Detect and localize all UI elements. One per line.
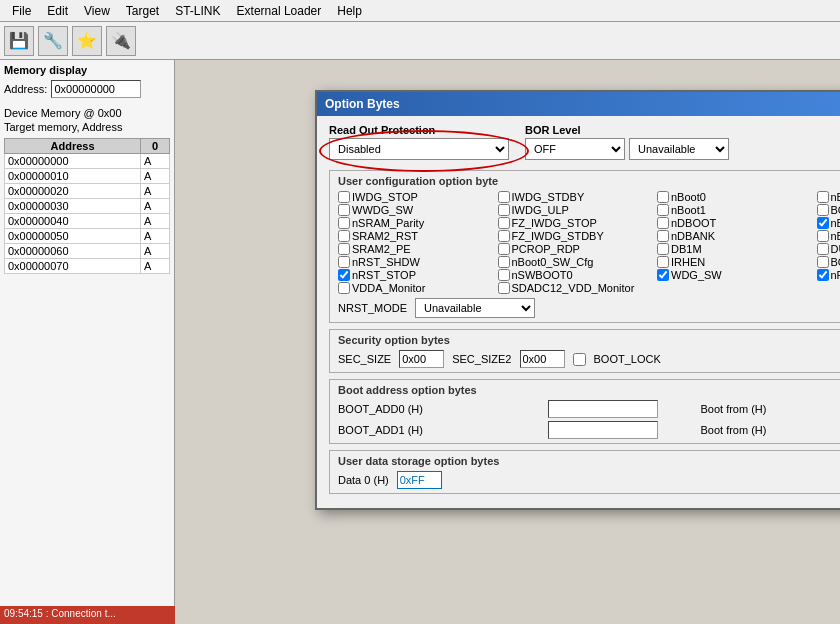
checkbox-item: BOREN [817, 256, 841, 268]
checkbox-irhen[interactable] [657, 256, 669, 268]
checkbox-nboot-sel[interactable] [817, 230, 829, 242]
checkbox-fz-iwdg-stdby[interactable] [498, 230, 510, 242]
menu-file[interactable]: File [4, 2, 39, 20]
checkbox-label: nBOOT_SEL [831, 230, 841, 242]
bor-select2[interactable]: Unavailable [629, 138, 729, 160]
toolbar-connect-btn[interactable]: 🔌 [106, 26, 136, 56]
rop-wrapper: Disabled Level 1 Level 2 [329, 138, 509, 160]
data0-input[interactable] [397, 471, 442, 489]
menu-target[interactable]: Target [118, 2, 167, 20]
table-row: 0x00000060A [5, 244, 170, 259]
boot-from0-label: Boot from (H) [700, 403, 840, 415]
nrst-select[interactable]: Unavailable [415, 298, 535, 318]
checkbox-dualbank[interactable] [817, 243, 829, 255]
checkbox-item: nBoot0_SW_Cfg [498, 256, 654, 268]
address-input[interactable] [51, 80, 141, 98]
checkbox-wdg-sw[interactable] [657, 269, 669, 281]
checkbox-label: IWDG_STDBY [512, 191, 585, 203]
checkbox-boot1[interactable] [817, 204, 829, 216]
table-cell-data: A [141, 259, 170, 274]
checkbox-nrst-stop[interactable] [338, 269, 350, 281]
checkbox-iwdg-stop[interactable] [338, 191, 350, 203]
checkbox-sram2-rst[interactable] [338, 230, 350, 242]
checkbox-item: nRST_STOP [338, 269, 494, 281]
checkbox-iwdg-ulp[interactable] [498, 204, 510, 216]
checkbox-ndbank[interactable] [657, 230, 669, 242]
checkbox-label: PCROP_RDP [512, 243, 580, 255]
toolbar-star-btn[interactable]: ⭐ [72, 26, 102, 56]
checkbox-item: FZ_IWDG_STDBY [498, 230, 654, 242]
sec-size-input[interactable] [399, 350, 444, 368]
checkbox-nswboot0[interactable] [498, 269, 510, 281]
checkbox-label: nSWBOOT0 [512, 269, 573, 281]
sec-size-label: SEC_SIZE [338, 353, 391, 365]
checkbox-item: SDADC12_VDD_Monitor [498, 282, 654, 294]
user-data-title: User data storage option bytes [338, 455, 840, 467]
checkbox-item: SRAM2_PE [338, 243, 494, 255]
sec-size2-input[interactable] [520, 350, 565, 368]
user-config-title: User configuration option byte [338, 175, 840, 187]
toolbar-save-btn[interactable]: 💾 [4, 26, 34, 56]
checkbox-label: SDADC12_VDD_Monitor [512, 282, 635, 294]
boot-lock-checkbox[interactable] [573, 353, 586, 366]
rop-select[interactable]: Disabled Level 1 Level 2 [329, 138, 509, 160]
address-row: Address: [4, 80, 170, 98]
bor-select1[interactable]: OFF Level 1 Level 2 Level 3 [525, 138, 625, 160]
menubar: File Edit View Target ST-LINK External L… [0, 0, 840, 22]
rop-label: Read Out Protection [329, 124, 509, 136]
menu-help[interactable]: Help [329, 2, 370, 20]
checkbox-nrst-shdw[interactable] [338, 256, 350, 268]
checkbox-nboot0[interactable] [657, 191, 669, 203]
col-address: Address [5, 139, 141, 154]
checkbox-item: IRHEN [657, 256, 813, 268]
toolbar: 💾 🔧 ⭐ 🔌 [0, 22, 840, 60]
checkbox-nbfb2[interactable] [817, 217, 829, 229]
checkbox-fz-iwdg-stop[interactable] [498, 217, 510, 229]
menu-edit[interactable]: Edit [39, 2, 76, 20]
checkbox-iwdg-stdby[interactable] [498, 191, 510, 203]
checkbox-item: DB1M [657, 243, 813, 255]
table-cell-address: 0x00000010 [5, 169, 141, 184]
rop-bor-row: Read Out Protection Disabled Level 1 Lev… [329, 124, 840, 160]
table-row: 0x00000030A [5, 199, 170, 214]
menu-external-loader[interactable]: External Loader [229, 2, 330, 20]
menu-stlink[interactable]: ST-LINK [167, 2, 228, 20]
checkbox-label: nBFB2 [831, 217, 841, 229]
checkbox-ndboot[interactable] [657, 217, 669, 229]
checkbox-nrst-stdby[interactable] [817, 269, 829, 281]
boot-add0-input[interactable] [548, 400, 658, 418]
boot-add1-label: BOOT_ADD1 (H) [338, 424, 542, 436]
checkbox-pcrop-rdp[interactable] [498, 243, 510, 255]
checkbox-vdda-monitor[interactable] [338, 282, 350, 294]
table-cell-data: A [141, 184, 170, 199]
toolbar-settings-btn[interactable]: 🔧 [38, 26, 68, 56]
checkbox-item: DUALBANK [817, 243, 841, 255]
checkbox-item: nBoot0 [657, 191, 813, 203]
checkbox-label: IWDG_STOP [352, 191, 418, 203]
checkbox-item: nDBANK [657, 230, 813, 242]
checkbox-nboot1[interactable] [657, 204, 669, 216]
data0-label: Data 0 (H) [338, 474, 389, 486]
boot-from1-label: Boot from (H) [700, 424, 840, 436]
checkbox-item: nBOOT_SEL [817, 230, 841, 242]
checkbox-db1m[interactable] [657, 243, 669, 255]
checkbox-nboot0[interactable] [817, 191, 829, 203]
memory-display-section: Memory display Address: [4, 64, 170, 98]
checkbox-boren[interactable] [817, 256, 829, 268]
main-area: Memory display Address: Device Memory @ … [0, 60, 840, 624]
checkbox-nsram-parity[interactable] [338, 217, 350, 229]
checkbox-sram2-pe[interactable] [338, 243, 350, 255]
checkbox-wwdg-sw[interactable] [338, 204, 350, 216]
checkbox-label: SRAM2_PE [352, 243, 411, 255]
checkbox-label: VDDA_Monitor [352, 282, 425, 294]
checkbox-sdadc12-vdd-monitor[interactable] [498, 282, 510, 294]
table-row: 0x00000070A [5, 259, 170, 274]
table-cell-address: 0x00000060 [5, 244, 141, 259]
device-line1: Device Memory @ 0x00 [4, 106, 170, 120]
dialog-titlebar: Option Bytes ✕ [317, 92, 840, 116]
boot-add1-input[interactable] [548, 421, 658, 439]
status-bar: 09:54:15 : Connection t... [0, 606, 175, 624]
menu-view[interactable]: View [76, 2, 118, 20]
checkbox-nboot0-sw-cfg[interactable] [498, 256, 510, 268]
device-line2: Target memory, Address [4, 120, 170, 134]
